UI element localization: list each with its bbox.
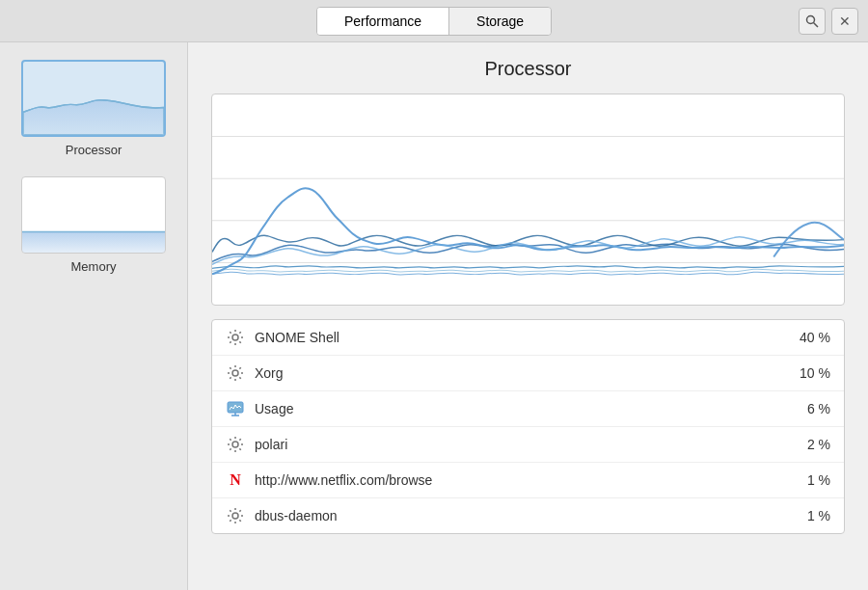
processor-thumb-chart <box>23 62 164 135</box>
close-button[interactable]: ✕ <box>831 8 858 35</box>
process-percent: 2 % <box>792 437 830 452</box>
process-icon-dbus <box>226 506 245 525</box>
process-percent: 10 % <box>792 365 830 381</box>
process-icon-xorg <box>226 363 245 383</box>
gear-icon <box>227 329 244 346</box>
sidebar-label-processor: Processor <box>66 143 122 157</box>
search-icon <box>805 14 819 28</box>
search-button[interactable] <box>799 8 826 35</box>
svg-point-14 <box>232 513 238 519</box>
process-name: GNOME Shell <box>255 330 782 345</box>
process-name: dbus-daemon <box>255 508 782 523</box>
sidebar: Processor Memory <box>0 42 188 590</box>
process-name: Usage <box>255 401 782 416</box>
table-row: Xorg 10 % <box>212 356 844 391</box>
titlebar-actions: ✕ <box>799 8 858 35</box>
process-name: Xorg <box>255 365 782 381</box>
memory-thumb-chart <box>22 177 165 253</box>
process-percent: 1 % <box>792 508 830 523</box>
process-icon-usage <box>226 399 245 418</box>
tab-storage[interactable]: Storage <box>449 8 551 35</box>
process-icon-polari <box>226 435 245 454</box>
table-row: polari 2 % <box>212 427 844 463</box>
svg-rect-2 <box>22 232 165 253</box>
titlebar: Performance Storage ✕ <box>0 0 868 42</box>
gear-icon <box>227 364 244 382</box>
processor-chart <box>211 94 845 306</box>
sidebar-item-memory[interactable]: Memory <box>10 171 177 280</box>
process-name: polari <box>255 437 782 452</box>
tab-group: Performance Storage <box>316 7 552 36</box>
svg-line-1 <box>814 22 819 27</box>
table-row: Usage 6 % <box>212 391 844 427</box>
processor-chart-svg <box>212 94 844 305</box>
content-area: Processor <box>188 42 868 590</box>
gear-icon <box>227 507 244 524</box>
svg-point-8 <box>232 335 238 340</box>
process-percent: 40 % <box>792 330 830 345</box>
table-row: N http://www.netflix.com/browse 1 % <box>212 463 844 498</box>
process-icon-netflix: N <box>226 470 245 490</box>
netflix-icon: N <box>230 471 241 489</box>
processor-thumbnail <box>21 60 166 137</box>
gear-icon <box>227 436 244 453</box>
monitor-icon <box>227 400 244 417</box>
sidebar-item-processor[interactable]: Processor <box>10 54 177 163</box>
table-row: GNOME Shell 40 % <box>212 320 844 356</box>
page-title: Processor <box>211 58 845 80</box>
process-icon-gnome-shell <box>226 328 245 347</box>
svg-point-0 <box>807 15 815 23</box>
svg-point-13 <box>232 442 238 447</box>
process-percent: 6 % <box>792 401 830 416</box>
main-layout: Processor Memory Processor <box>0 42 868 590</box>
process-list: GNOME Shell 40 % Xorg 10 % <box>211 319 845 534</box>
tab-performance[interactable]: Performance <box>317 8 449 35</box>
table-row: dbus-daemon 1 % <box>212 498 844 533</box>
svg-point-9 <box>232 370 238 376</box>
process-percent: 1 % <box>792 472 830 488</box>
process-name: http://www.netflix.com/browse <box>255 472 782 488</box>
memory-thumbnail <box>21 176 166 254</box>
sidebar-label-memory: Memory <box>71 259 117 274</box>
